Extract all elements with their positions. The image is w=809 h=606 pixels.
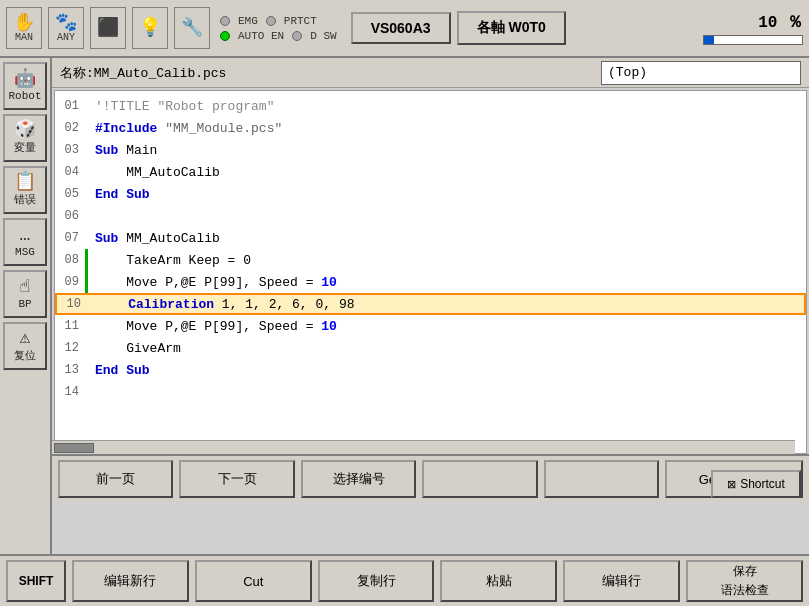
tool-icon: 🔧 (181, 19, 203, 37)
shortcut-area: ⊠ Shortcut (711, 470, 801, 498)
code-line-08: 08 TakeArm Keep = 0 (55, 249, 806, 271)
shortcut-button[interactable]: ⊠ Shortcut (711, 470, 801, 498)
light-button[interactable]: 💡 (132, 7, 168, 49)
woto-button[interactable]: 各軸 W0T0 (457, 11, 566, 45)
scroll-thumb-h[interactable] (54, 443, 94, 453)
code-line-03: 03 Sub Main (55, 139, 806, 161)
autoen-label: AUTO EN (238, 30, 284, 42)
sidebar-item-reset[interactable]: ⚠ 复位 (3, 322, 47, 370)
sidebar-item-bp[interactable]: ☝ BP (3, 270, 47, 318)
emg-label: EMG (238, 15, 258, 27)
editor-container[interactable]: 01 '!TITLE "Robot program" 02 #Include "… (54, 90, 807, 454)
dsw-dot (292, 31, 302, 41)
man-button[interactable]: ✋ MAN (6, 7, 42, 49)
any-button[interactable]: 🐾 ANY (48, 7, 84, 49)
top-dropdown[interactable]: (Top) (601, 61, 801, 85)
prev-page-button[interactable]: 前一页 (58, 460, 173, 498)
paste-button[interactable]: 粘贴 (440, 560, 557, 602)
code-line-09: 09 Move P,@E P[99], Speed = 10 (55, 271, 806, 293)
shortcut-label: Shortcut (740, 477, 785, 491)
copy-button[interactable]: 复制行 (318, 560, 435, 602)
code-line-01: 01 '!TITLE "Robot program" (55, 95, 806, 117)
code-line-05: 05 End Sub (55, 183, 806, 205)
code-line-12: 12 GiveArm (55, 337, 806, 359)
progress-bar (703, 35, 803, 45)
save-check-button[interactable]: 保存 语法检查 (686, 560, 803, 602)
code-line-13: 13 End Sub (55, 359, 806, 381)
empty-btn-1[interactable] (422, 460, 537, 498)
msg-icon: … (20, 226, 31, 246)
dsw-label: D SW (310, 30, 336, 42)
error-label: 错误 (14, 192, 36, 207)
button-row-1: 前一页 下一页 选择编号 Get Position (52, 454, 809, 502)
top-bar: ✋ MAN 🐾 ANY ⬛ 💡 🔧 EMG PRTCT AUTO EN D SW… (0, 0, 809, 58)
percent-label: 10 ％ (758, 12, 803, 33)
variable-icon: 🎲 (14, 121, 36, 141)
dropdown-value: (Top) (608, 65, 647, 80)
scrollbar-horizontal[interactable] (52, 440, 795, 454)
progress-fill (704, 36, 714, 44)
shift-button[interactable]: SHIFT (6, 560, 66, 602)
emg-dot (220, 16, 230, 26)
editor-inner[interactable]: 01 '!TITLE "Robot program" 02 #Include "… (55, 91, 806, 453)
prtct-dot (266, 16, 276, 26)
code-line-04: 04 MM_AutoCalib (55, 161, 806, 183)
reset-label: 复位 (14, 348, 36, 363)
stop-button[interactable]: ⬛ (90, 7, 126, 49)
sidebar-item-variable[interactable]: 🎲 変量 (3, 114, 47, 162)
any-label: ANY (57, 32, 75, 43)
save-label: 保存 (733, 563, 757, 580)
reset-icon: ⚠ (20, 329, 31, 349)
variable-label: 変量 (14, 140, 36, 155)
code-line-11: 11 Move P,@E P[99], Speed = 10 (55, 315, 806, 337)
tool-button[interactable]: 🔧 (174, 7, 210, 49)
bottom-bar: SHIFT 编辑新行 Cut 复制行 粘贴 编辑行 保存 语法检查 (0, 554, 809, 606)
robot-icon: 🤖 (14, 70, 36, 90)
syntax-check-label: 语法检查 (721, 582, 769, 599)
light-icon: 💡 (139, 19, 161, 37)
autoen-dot (220, 31, 230, 41)
code-line-14: 14 (55, 381, 806, 403)
robot-label: Robot (8, 90, 41, 102)
percent-section: 10 ％ (703, 12, 803, 45)
select-num-button[interactable]: 选择编号 (301, 460, 416, 498)
filename-label: 名称:MM_Auto_Calib.pcs (60, 64, 226, 82)
bp-label: BP (18, 298, 31, 310)
next-page-button[interactable]: 下一页 (179, 460, 294, 498)
vs-button[interactable]: VS060A3 (351, 12, 451, 44)
main-area: 名称:MM_Auto_Calib.pcs (Top) 01 '!TITLE "R… (52, 58, 809, 554)
any-icon: 🐾 (55, 14, 77, 32)
bp-icon: ☝ (20, 278, 31, 298)
code-line-02: 02 #Include "MM_Module.pcs" (55, 117, 806, 139)
code-line-06: 06 (55, 205, 806, 227)
sidebar: 🤖 Robot 🎲 変量 📋 错误 … MSG ☝ BP ⚠ 复位 (0, 58, 52, 554)
sidebar-item-error[interactable]: 📋 错误 (3, 166, 47, 214)
prtct-label: PRTCT (284, 15, 317, 27)
sidebar-item-robot[interactable]: 🤖 Robot (3, 62, 47, 110)
empty-btn-2[interactable] (544, 460, 659, 498)
code-line-07: 07 Sub MM_AutoCalib (55, 227, 806, 249)
hand-icon: ✋ (13, 14, 35, 32)
filename-bar: 名称:MM_Auto_Calib.pcs (Top) (52, 58, 809, 88)
error-icon: 📋 (14, 173, 36, 193)
sidebar-item-msg[interactable]: … MSG (3, 218, 47, 266)
edit-line-button[interactable]: 编辑行 (563, 560, 680, 602)
man-label: MAN (15, 32, 33, 43)
shortcut-icon: ⊠ (727, 478, 736, 491)
code-line-10: 10 Calibration 1, 1, 2, 6, 0, 98 (55, 293, 806, 315)
msg-label: MSG (15, 246, 35, 258)
stop-icon: ⬛ (97, 19, 119, 37)
status-indicators: EMG PRTCT AUTO EN D SW (220, 15, 337, 42)
edit-new-button[interactable]: 编辑新行 (72, 560, 189, 602)
cut-button[interactable]: Cut (195, 560, 312, 602)
